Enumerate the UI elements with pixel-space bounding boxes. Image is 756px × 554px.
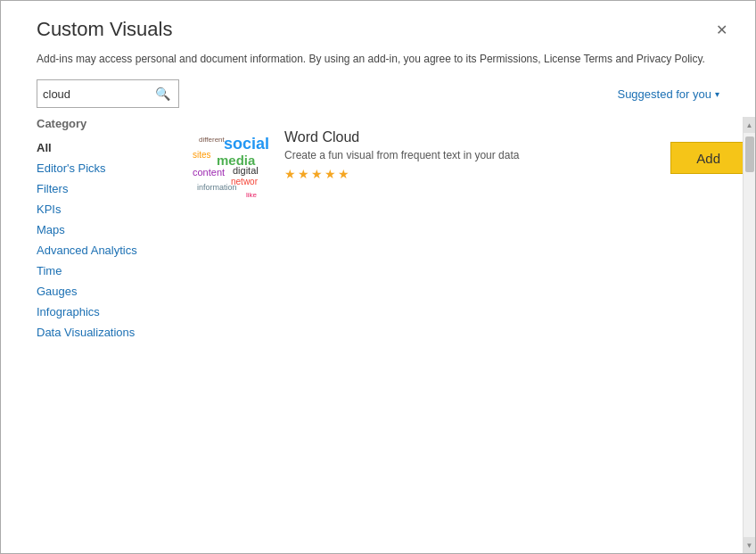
search-icon: 🔍 xyxy=(155,87,170,101)
word-cloud-svg: different social sites media content dig… xyxy=(188,129,268,201)
search-button[interactable]: 🔍 xyxy=(149,80,176,107)
sidebar-item-all[interactable]: All xyxy=(37,137,170,158)
svg-text:digital: digital xyxy=(233,165,259,176)
sidebar-item-filters[interactable]: Filters xyxy=(37,178,170,199)
scrollbar-thumb[interactable] xyxy=(745,136,754,172)
dialog-header: Custom Visuals ✕ xyxy=(1,1,755,49)
search-row: 🔍 Suggested for you ▾ xyxy=(1,74,755,117)
add-button[interactable]: Add xyxy=(670,142,746,174)
notice-text: Add-ins may access personal and document… xyxy=(37,53,705,65)
sidebar: Category All Editor's Picks Filters KPIs… xyxy=(1,117,170,553)
sidebar-item-infographics[interactable]: Infographics xyxy=(37,302,170,322)
sidebar-item-advanced-analytics[interactable]: Advanced Analytics xyxy=(37,240,170,260)
content-area: different social sites media content dig… xyxy=(170,117,755,553)
visual-info: Word Cloud Create a fun visual from freq… xyxy=(284,129,654,181)
sidebar-item-time[interactable]: Time xyxy=(37,260,170,281)
svg-text:social: social xyxy=(224,135,268,153)
visual-card: different social sites media content dig… xyxy=(188,117,746,213)
sidebar-item-gauges[interactable]: Gauges xyxy=(37,281,170,302)
custom-visuals-dialog: Custom Visuals ✕ Add-ins may access pers… xyxy=(0,0,756,554)
content-wrapper: different social sites media content dig… xyxy=(170,117,755,553)
svg-text:like: like xyxy=(246,191,258,199)
category-label: Category xyxy=(37,117,170,130)
notice-bar: Add-ins may access personal and document… xyxy=(1,49,755,74)
svg-text:content: content xyxy=(193,167,225,178)
svg-text:sites: sites xyxy=(193,150,211,160)
scrollbar-track: ▲ ▼ xyxy=(743,117,755,553)
sidebar-item-data-visualizations[interactable]: Data Visualizations xyxy=(37,322,170,343)
search-input[interactable] xyxy=(37,84,149,104)
chevron-down-icon: ▾ xyxy=(715,89,719,99)
svg-text:different: different xyxy=(199,136,226,144)
dialog-title: Custom Visuals xyxy=(37,18,172,41)
sidebar-item-kpis[interactable]: KPIs xyxy=(37,199,170,219)
suggested-for-you-button[interactable]: Suggested for you ▾ xyxy=(617,87,719,101)
visual-name: Word Cloud xyxy=(284,129,654,145)
scrollbar-down-button[interactable]: ▼ xyxy=(744,537,756,553)
suggested-label: Suggested for you xyxy=(617,87,711,101)
svg-text:information: information xyxy=(197,183,237,192)
scrollbar-up-button[interactable]: ▲ xyxy=(744,117,756,133)
close-button[interactable]: ✕ xyxy=(709,17,734,42)
visual-thumbnail: different social sites media content dig… xyxy=(188,129,268,201)
dialog-body: Category All Editor's Picks Filters KPIs… xyxy=(1,117,755,553)
sidebar-item-editors-picks[interactable]: Editor's Picks xyxy=(37,158,170,178)
search-box: 🔍 xyxy=(37,79,179,108)
sidebar-item-maps[interactable]: Maps xyxy=(37,219,170,240)
visual-stars: ★★★★★ xyxy=(284,167,654,181)
visual-description: Create a fun visual from frequent text i… xyxy=(284,149,654,161)
